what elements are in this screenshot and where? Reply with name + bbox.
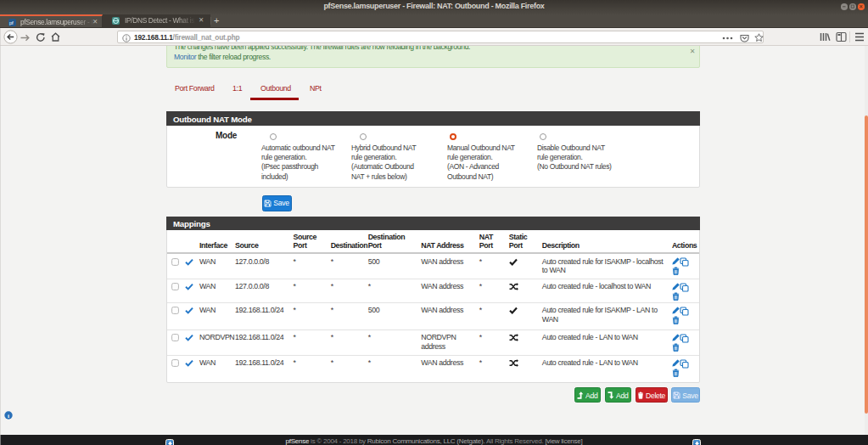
svg-text:pf: pf bbox=[9, 20, 14, 25]
svg-text:i: i bbox=[8, 413, 9, 420]
